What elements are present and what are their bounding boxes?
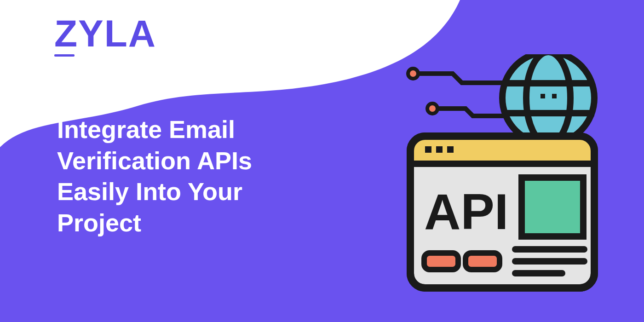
svg-point-7 bbox=[427, 104, 437, 114]
api-label: API bbox=[424, 183, 508, 240]
svg-rect-5 bbox=[552, 94, 557, 98]
brand-logo: ZYLA bbox=[54, 15, 156, 52]
svg-rect-16 bbox=[466, 253, 500, 270]
app-window-icon: API bbox=[410, 136, 594, 288]
svg-rect-11 bbox=[425, 146, 431, 153]
globe-icon bbox=[502, 54, 594, 144]
svg-rect-14 bbox=[522, 178, 583, 236]
svg-rect-4 bbox=[540, 94, 545, 98]
svg-point-6 bbox=[408, 69, 418, 79]
svg-point-0 bbox=[502, 54, 594, 144]
api-illustration: API bbox=[397, 54, 613, 303]
hero-banner: ZYLA Integrate Email Verification APIs E… bbox=[0, 0, 644, 322]
brand-logo-underline bbox=[54, 54, 75, 57]
hero-headline: Integrate Email Verification APIs Easily… bbox=[57, 114, 315, 238]
brand-logo-text: ZYLA bbox=[54, 15, 156, 52]
svg-rect-13 bbox=[447, 146, 454, 153]
svg-rect-12 bbox=[436, 146, 443, 153]
circuit-connectors-icon bbox=[408, 69, 504, 116]
svg-rect-15 bbox=[424, 253, 458, 270]
